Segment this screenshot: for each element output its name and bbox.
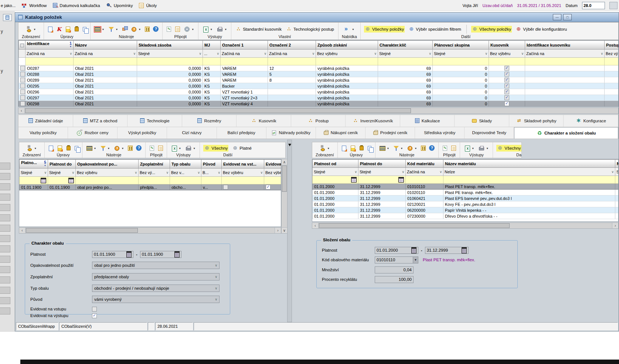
standard-bom-button[interactable]: Standardní kusovník [235,26,282,33]
calendar-button-fragment[interactable] [609,2,618,9]
column-header[interactable]: Zpoplatnění [139,160,170,169]
table-row[interactable]: 01.01.200031.12.299907230000Dřevo Dřevo … [313,213,619,219]
filter-operator[interactable]: Začíná na∨ [74,50,137,58]
tab-charakter-a-slozeni-obalu[interactable]: Charakter a složení obalu [514,127,618,139]
view-menu-button[interactable]: ▼ [26,145,37,152]
tab-strediska-vyroby[interactable]: Střediska výroby [415,127,465,139]
column-header[interactable]: Plánovací skupina [433,41,489,50]
table-row[interactable]: O0295Obal 20210,0000KSBackervyráběná pol… [19,83,619,89]
duplicate-record-button[interactable] [83,27,86,31]
filter-row[interactable] [19,58,619,65]
attachment-list-button[interactable] [175,27,180,32]
all-items-button-2[interactable]: Všechny položky [471,26,512,33]
filter-button[interactable]: ▼ [393,145,404,151]
all-filter-button[interactable]: Všechny [203,145,228,152]
row-checkbox[interactable] [20,95,25,100]
table-row[interactable]: O0296Obal 20210,0000KSVZT rovnotlaký 1vy… [19,89,619,95]
filter-operator[interactable]: Stejné∨ [433,50,489,58]
filter-operator[interactable]: Začíná na∨ [268,50,316,58]
row-checkbox[interactable] [20,66,25,71]
new-record-button[interactable] [342,146,346,151]
filter-operator[interactable]: Stejné∨ [48,169,76,177]
recent-button[interactable]: ▼ [113,145,125,152]
calendar-button[interactable] [174,251,180,258]
column-header[interactable]: Platnost od [313,160,358,168]
table-view-button[interactable]: ▼ [379,146,390,151]
quantity-field[interactable]: 0,04 [375,266,414,273]
menu-item-reminders[interactable]: Upomínky [106,3,133,8]
window-titlebar[interactable]: Katalog položek — □ [15,13,619,22]
table-row-selected[interactable]: 01.01.200031.12.299901010110Plast PET tr… [313,184,619,190]
column-header[interactable]: Název materiálu [443,160,615,168]
row-checkbox[interactable] [20,89,25,94]
tab-prodejni-cenik[interactable]: Prodejní ceník [365,127,415,139]
merge-button[interactable] [122,28,125,31]
lookup-button[interactable]: ▼ [413,257,418,263]
configurator-select-button[interactable]: Výběr dle konfigurátoru [515,26,568,33]
origin-select[interactable]: vámi vyrobený∨ [92,296,220,303]
tab-kusovnik[interactable]: Kusovník [237,115,291,127]
tab-balici-predpisy[interactable]: Balící předpisy [217,127,266,139]
calendar-button[interactable] [68,178,74,183]
edit-record-button[interactable] [58,146,62,151]
technological-process-button[interactable]: Technologický postup [285,26,335,33]
menu-item-save-as-cut[interactable]: e jako... [1,3,16,8]
calendar-button[interactable] [126,251,132,258]
filter-button[interactable]: ▼ [108,26,119,32]
settings-sliders-button[interactable] [145,27,150,32]
column-header[interactable]: Název [74,41,137,50]
scroll-right-button[interactable]: › [612,223,618,228]
tab-konfigurace[interactable]: Konfigurace [564,115,618,127]
tab-doprovodne-texty[interactable]: Doprovodné Texty [465,127,514,139]
column-header[interactable]: Označení 1 [221,41,268,50]
settings-sliders-button[interactable] [421,146,426,151]
print-button[interactable]: ▼ [478,145,489,152]
menu-button[interactable]: ▼ [344,26,355,33]
output-tracking-checkbox[interactable] [92,313,97,318]
export-excel-button[interactable]: ▼ [202,26,213,33]
validity-to-field[interactable]: 31.12.2999 [425,247,469,254]
k-copy-button[interactable] [56,26,62,32]
filter-operator[interactable]: Bez výběru [264,169,282,177]
filter-operator[interactable]: Začíná na∨ [406,168,443,176]
tab-postup[interactable]: Postup [291,115,346,127]
filter-operator[interactable]: Stejné∨ [358,168,406,176]
input-tracking-checkbox[interactable] [92,307,97,312]
column-header[interactable]: Identifikace kusovníku [525,41,605,50]
scrollbar-thumb[interactable] [319,223,510,228]
scroll-down-button[interactable]: ∨ [282,227,287,233]
filter-operator[interactable]: Stejné∨ [313,168,358,176]
tab-mtz-a-obchod[interactable]: MTZ a obchod [73,115,128,127]
column-header[interactable]: Původ [201,160,222,169]
column-header[interactable]: Platnost do [358,160,406,168]
maximize-button[interactable]: □ [563,14,572,20]
charakter-grid-vscrollbar[interactable]: ∧ ∨ [281,159,288,234]
view-menu-button[interactable]: ▼ [319,145,330,152]
column-header[interactable]: Identifikace1▼ [25,41,74,50]
delete-record-button[interactable] [75,27,79,31]
tab-kalkulace[interactable]: Kalkulace [400,115,455,127]
filter-row[interactable] [20,177,282,184]
row-checkbox[interactable] [20,101,25,106]
filter-operator[interactable]: ...∨ [203,50,221,58]
calendar-button[interactable] [41,178,46,183]
tab-vyskyt-polozky[interactable]: Výskyt položky [118,127,167,139]
tab-rozbor-ceny[interactable]: Rozbor ceny [68,127,118,139]
calendar-button[interactable] [351,177,357,183]
scrollbar-thumb[interactable] [26,228,138,233]
table-row-selected[interactable]: 01.01.1900 01.01.1900 obal pro jedno po.… [20,184,282,190]
collapse-panel-button[interactable] [3,14,12,21]
validity-to-field[interactable]: 01.01.1900 [140,251,181,258]
column-header[interactable]: Způsob získání [316,41,378,50]
minimize-button[interactable]: — [553,14,561,20]
filter-operator[interactable]: Stejné∨ [378,50,433,58]
scroll-up-button[interactable]: ∧ [282,159,287,165]
row-checkbox[interactable] [20,78,25,82]
filter-operator[interactable]: Bez vý...∨ [605,50,619,58]
column-header[interactable]: Platnost do [48,160,76,169]
new-record-button[interactable] [49,146,53,151]
filter-operator[interactable]: Bez výběru∨ [316,50,378,58]
menu-item-tasks[interactable]: Úkoly [139,3,157,8]
filter-operator[interactable]: B...∨ [201,169,222,177]
print-button[interactable]: ▼ [216,26,228,33]
